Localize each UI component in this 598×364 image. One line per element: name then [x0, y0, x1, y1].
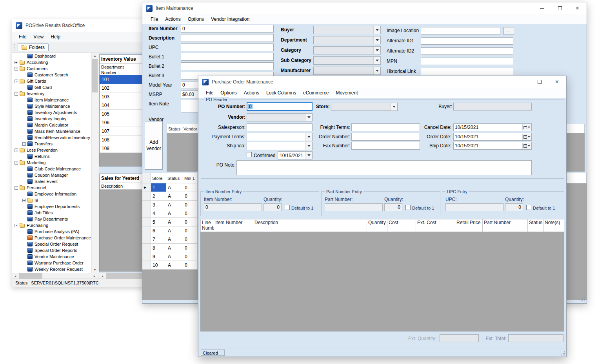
- tree-expander-icon[interactable]: -: [15, 80, 18, 83]
- tree-item-weekly-reorder-request[interactable]: Weekly Reorder Request: [12, 266, 91, 272]
- description-column-header[interactable]: Description: [253, 219, 367, 232]
- ext-quantity-input[interactable]: [440, 334, 479, 342]
- tree-expander-icon[interactable]: -: [15, 161, 18, 165]
- resize-grip[interactable]: [560, 350, 565, 356]
- toolbar-grip-icon[interactable]: [15, 44, 15, 51]
- tree-item-personnel[interactable]: -Personnel: [12, 185, 91, 191]
- store-row[interactable]: 3A0: [142, 201, 198, 209]
- row-selector[interactable]: [142, 244, 151, 252]
- alternate-id2-input[interactable]: [421, 47, 513, 55]
- folders-button[interactable]: Folders: [18, 43, 49, 51]
- store-row[interactable]: 1A0: [142, 183, 198, 192]
- row-selector[interactable]: [142, 183, 151, 192]
- row-selector[interactable]: [142, 218, 151, 226]
- ext-total-input[interactable]: [508, 334, 563, 342]
- tree-item-margin-calculator[interactable]: Margin Calculator: [12, 122, 91, 128]
- tree-item-special-order-reports[interactable]: Special Order Reports: [12, 247, 91, 254]
- tree-item-purchase-order-maintenance[interactable]: Purchase Order Maintenance: [12, 235, 91, 241]
- row-selector[interactable]: [142, 235, 151, 244]
- tree-expander-icon[interactable]: -: [15, 67, 18, 71]
- tree-expander-icon[interactable]: -: [15, 148, 18, 152]
- tree-item-gift-card[interactable]: Gift Card: [12, 84, 91, 91]
- tree-item-employee-departments[interactable]: Employee Departments: [12, 203, 91, 210]
- tree-item-i9[interactable]: +I9: [12, 197, 91, 203]
- historical-link-input[interactable]: [421, 68, 513, 75]
- tree-item-customer-search[interactable]: Customer Search: [12, 72, 91, 78]
- tree-expander-icon[interactable]: -: [15, 224, 18, 227]
- mpn-input[interactable]: [421, 58, 513, 65]
- tree-item-returns[interactable]: Returns: [12, 153, 91, 159]
- line-number-column-header[interactable]: Line Number: [200, 219, 214, 232]
- store-row[interactable]: 4A0: [142, 209, 198, 218]
- upc-input[interactable]: [445, 203, 503, 211]
- alternate-id1-input[interactable]: [421, 37, 513, 45]
- part-number-column-header[interactable]: Part Number: [483, 219, 528, 232]
- tree-item-loss-prevention[interactable]: -Loss Prevention: [12, 147, 91, 153]
- department-number-column-header[interactable]: Department Number: [100, 64, 140, 75]
- tree-expander-icon[interactable]: +: [22, 199, 26, 202]
- row-selector[interactable]: [142, 261, 151, 270]
- tree-item-dashboard[interactable]: Dashboard: [12, 53, 91, 59]
- tree-item-inventory[interactable]: -Inventory: [12, 91, 91, 97]
- scrollbar-thumb[interactable]: [92, 59, 98, 92]
- default-to-1-checkbox[interactable]: [405, 205, 411, 210]
- default-to-1-checkbox[interactable]: [285, 205, 290, 210]
- retail-price-column-header[interactable]: Retail Price: [455, 219, 483, 232]
- item-number-input[interactable]: 0: [204, 203, 262, 211]
- image-location-browse-button[interactable]: ...: [503, 27, 514, 35]
- min-1-column-header[interactable]: Min 1: [183, 173, 198, 183]
- store-row[interactable]: 2A0: [142, 192, 198, 201]
- row-selector[interactable]: [142, 201, 151, 209]
- store-row[interactable]: 8A0: [142, 244, 198, 252]
- scroll-up-icon[interactable]: [92, 53, 98, 59]
- tree-item-inventory-inquiry[interactable]: Inventory Inquiry: [12, 116, 91, 122]
- tree-expander-icon[interactable]: +: [15, 61, 18, 64]
- status-column-header[interactable]: Status: [528, 219, 543, 232]
- image-location-input[interactable]: [421, 27, 500, 34]
- scroll-down-icon[interactable]: [92, 267, 98, 273]
- store-row[interactable]: 6A0: [142, 226, 198, 235]
- tree-item-transfers[interactable]: +Transfers: [12, 141, 91, 147]
- ext-cost-column-header[interactable]: Ext. Cost: [416, 219, 455, 232]
- item-number-column-header[interactable]: Item Number: [214, 219, 253, 232]
- note-s-column-header[interactable]: Note(s): [543, 219, 564, 232]
- tree-item-vendor-maintenance[interactable]: Vendor Maintenance: [12, 254, 91, 260]
- quantity-column-header[interactable]: Quantity: [367, 219, 387, 232]
- store-row[interactable]: 10A0: [142, 261, 198, 270]
- tree-item-customers[interactable]: -Customers: [12, 65, 91, 72]
- backoffice-menu-view[interactable]: View: [30, 34, 47, 40]
- default-to-1-checkbox[interactable]: [526, 205, 531, 210]
- tree-item-rental-reservation-inventory[interactable]: Rental/Reservation Inventory: [12, 134, 91, 141]
- part-number-input[interactable]: [325, 203, 383, 211]
- row-selector[interactable]: [142, 226, 151, 235]
- store-row[interactable]: 5A0: [142, 218, 198, 226]
- tree-item-club-code-maintenance[interactable]: Club Code Maintenance: [12, 166, 91, 172]
- backoffice-menu-file[interactable]: File: [15, 34, 30, 40]
- row-selector[interactable]: [142, 252, 151, 261]
- tree-item-pay-departments[interactable]: Pay Departments: [12, 216, 91, 222]
- tree-item-gift-cards[interactable]: -Gift Cards: [12, 78, 91, 84]
- row-selector[interactable]: [142, 192, 151, 201]
- store-row[interactable]: 7A0: [142, 235, 198, 244]
- status-column-header[interactable]: Status: [167, 124, 182, 133]
- upc-quantity-input[interactable]: 0: [505, 203, 523, 211]
- resize-grip[interactable]: [580, 296, 585, 302]
- tree-expander-icon[interactable]: -: [15, 186, 18, 190]
- tree-expander-icon[interactable]: +: [22, 142, 26, 146]
- tree-vertical-scrollbar[interactable]: [91, 53, 98, 273]
- tree-expander-icon[interactable]: -: [15, 92, 18, 96]
- store-row[interactable]: 9A0: [142, 252, 198, 261]
- tree-item-warranty-purchase-order[interactable]: Warranty Purchase Order: [12, 260, 91, 266]
- tree-item-purchase-analysis-pa[interactable]: Purchase Analysis (PA): [12, 228, 91, 235]
- tree-item-marketing[interactable]: -Marketing: [12, 159, 91, 166]
- tree-item-coupon-manager[interactable]: Coupon Manager: [12, 172, 91, 178]
- tree-item-inventory-adjustments[interactable]: Inventory Adjustments: [12, 109, 91, 116]
- backoffice-menu-help[interactable]: Help: [47, 34, 64, 40]
- scrollbar-thumb[interactable]: [19, 273, 42, 279]
- tree-item-sales-event[interactable]: Sales Event: [12, 178, 91, 185]
- tree-item-employee-information[interactable]: Employee Information: [12, 191, 91, 197]
- tree-item-accounting[interactable]: +Accounting: [12, 59, 91, 65]
- tree-item-job-titles[interactable]: Job Titles: [12, 210, 91, 216]
- cost-column-header[interactable]: Cost: [387, 219, 416, 232]
- add-vendor-button[interactable]: Add Vendor: [145, 121, 163, 170]
